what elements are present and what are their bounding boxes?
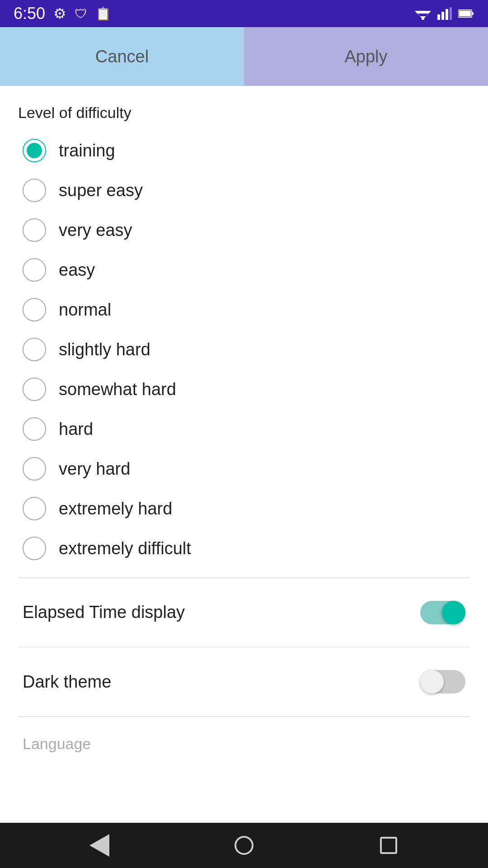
elapsed-time-row: Elapsed Time display xyxy=(18,587,470,638)
radio-label-extremely-hard: extremely hard xyxy=(59,499,172,519)
radio-item-very-easy[interactable]: very easy xyxy=(18,210,470,250)
radio-label-normal: normal xyxy=(59,300,111,320)
recents-icon xyxy=(380,837,397,854)
radio-label-somewhat-hard: somewhat hard xyxy=(59,380,176,399)
radio-circle-slightly-hard xyxy=(23,338,46,361)
radio-circle-very-hard xyxy=(23,457,46,481)
radio-label-easy: easy xyxy=(59,260,95,280)
svg-rect-5 xyxy=(441,12,444,20)
elapsed-time-toggle[interactable] xyxy=(420,601,465,624)
radio-item-very-hard[interactable]: very hard xyxy=(18,449,470,489)
svg-rect-4 xyxy=(437,14,440,20)
dark-theme-toggle[interactable] xyxy=(420,670,465,693)
radio-label-very-easy: very easy xyxy=(59,221,132,240)
radio-item-extremely-difficult[interactable]: extremely difficult xyxy=(18,528,470,568)
radio-circle-extremely-difficult xyxy=(23,537,46,560)
radio-circle-hard xyxy=(23,417,46,441)
svg-rect-6 xyxy=(446,9,448,20)
difficulty-section-label: Level of difficulty xyxy=(18,104,470,122)
elapsed-time-label: Elapsed Time display xyxy=(23,603,185,622)
shield-icon: 🛡 xyxy=(75,6,87,21)
nav-bar xyxy=(0,823,488,868)
radio-label-hard: hard xyxy=(59,420,93,439)
radio-circle-very-easy xyxy=(23,218,46,242)
svg-rect-9 xyxy=(472,12,474,15)
battery-icon xyxy=(458,9,474,18)
nav-home-button[interactable] xyxy=(233,834,255,857)
apply-button[interactable]: Apply xyxy=(244,27,488,86)
radio-item-easy[interactable]: easy xyxy=(18,250,470,290)
radio-item-slightly-hard[interactable]: slightly hard xyxy=(18,330,470,369)
radio-circle-easy xyxy=(23,258,46,282)
divider-1 xyxy=(18,577,470,578)
radio-item-super-easy[interactable]: super easy xyxy=(18,170,470,210)
radio-label-very-hard: very hard xyxy=(59,459,130,479)
divider-2 xyxy=(18,647,470,648)
radio-label-extremely-difficult: extremely difficult xyxy=(59,539,191,558)
language-label: Language xyxy=(18,726,470,757)
wifi-icon xyxy=(415,7,431,20)
radio-item-hard[interactable]: hard xyxy=(18,409,470,449)
radio-item-extremely-hard[interactable]: extremely hard xyxy=(18,489,470,528)
nav-back-button[interactable] xyxy=(88,834,111,857)
radio-circle-somewhat-hard xyxy=(23,377,46,401)
radio-label-training: training xyxy=(59,141,115,160)
status-bar-right xyxy=(415,7,474,20)
radio-label-slightly-hard: slightly hard xyxy=(59,340,150,359)
dark-theme-toggle-thumb xyxy=(420,670,444,693)
radio-item-somewhat-hard[interactable]: somewhat hard xyxy=(18,369,470,409)
radio-circle-extremely-hard xyxy=(23,497,46,520)
status-bar: 6:50 ⚙ 🛡 📋 xyxy=(0,0,488,27)
divider-3 xyxy=(18,716,470,717)
svg-rect-7 xyxy=(450,7,452,20)
radio-circle-super-easy xyxy=(23,179,46,202)
gear-icon: ⚙ xyxy=(53,5,66,22)
dark-theme-row: Dark theme xyxy=(18,656,470,707)
radio-label-super-easy: super easy xyxy=(59,181,143,200)
back-icon xyxy=(89,834,109,857)
dark-theme-label: Dark theme xyxy=(23,672,111,692)
cancel-button[interactable]: Cancel xyxy=(0,27,244,86)
difficulty-radio-group: training super easy very easy easy norma… xyxy=(18,131,470,568)
clipboard-icon: 📋 xyxy=(95,6,111,21)
signal-icon xyxy=(437,7,452,20)
elapsed-time-toggle-thumb xyxy=(442,601,465,624)
radio-circle-training xyxy=(23,139,46,162)
nav-recents-button[interactable] xyxy=(377,834,400,857)
radio-item-normal[interactable]: normal xyxy=(18,290,470,330)
status-bar-left: 6:50 ⚙ 🛡 📋 xyxy=(14,4,111,23)
radio-item-training[interactable]: training xyxy=(18,131,470,170)
status-time: 6:50 xyxy=(14,4,45,23)
main-content: Level of difficulty training super easy … xyxy=(0,86,488,823)
home-icon xyxy=(235,836,253,855)
svg-rect-10 xyxy=(459,11,471,16)
radio-circle-normal xyxy=(23,298,46,321)
header-buttons: Cancel Apply xyxy=(0,27,488,86)
